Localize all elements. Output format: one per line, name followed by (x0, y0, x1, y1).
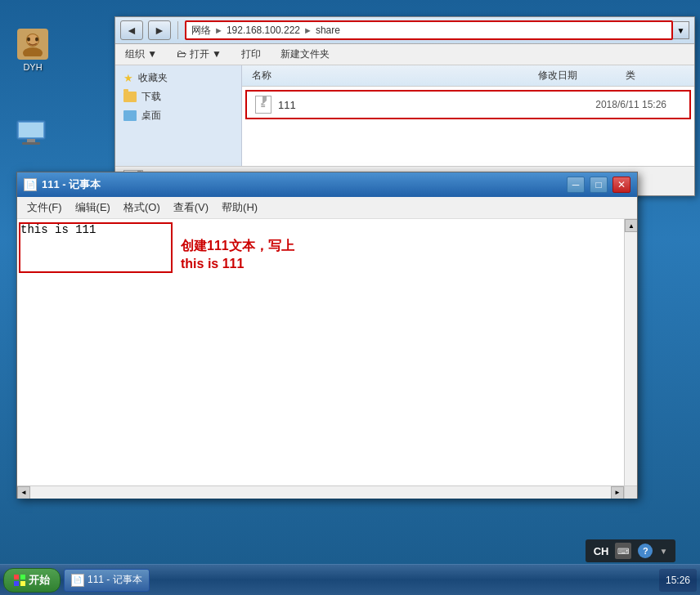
close-button[interactable]: ✕ (612, 177, 630, 193)
user-avatar-icon (16, 28, 49, 60)
sidebar-favorites-label: 收藏夹 (138, 71, 168, 85)
svg-rect-11 (14, 581, 19, 586)
svg-rect-8 (22, 142, 40, 145)
txt-file-icon (255, 96, 271, 114)
sidebar-item-downloads[interactable]: 下载 (115, 87, 241, 106)
hscroll-track (30, 486, 611, 499)
file-txt-icon (254, 95, 273, 114)
folder-gold-icon (123, 92, 137, 102)
notepad-icon: 📄 (24, 178, 37, 191)
language-bar: CH ⌨ ? ▼ (586, 539, 675, 562)
back-button[interactable]: ◄ (120, 20, 143, 40)
minimize-button[interactable]: ─ (567, 177, 585, 193)
menu-edit[interactable]: 编辑(E) (69, 199, 117, 217)
scroll-right-button[interactable]: ► (611, 486, 624, 499)
scroll-up-button[interactable]: ▲ (625, 219, 637, 232)
scroll-track (625, 232, 637, 485)
explorer-window: ◄ ► 网络 ► 192.168.100.222 ► share ▼ (114, 16, 695, 196)
clock-time: 15:26 (666, 575, 690, 586)
desktop-icon-dyh[interactable]: DYH (8, 25, 57, 75)
explorer-toolbar: ◄ ► 网络 ► 192.168.100.222 ► share ▼ (115, 17, 694, 44)
taskbar-notepad-label: 111 - 记事本 (88, 573, 142, 587)
svg-point-4 (35, 38, 38, 42)
vertical-scrollbar[interactable]: ▲ ▼ (624, 219, 637, 499)
system-tray: 15:26 (659, 569, 697, 592)
sidebar-downloads-label: 下载 (141, 90, 161, 104)
new-folder-button[interactable]: 新建文件夹 (276, 46, 334, 63)
notepad-titlebar: 📄 111 - 记事本 ─ □ ✕ (17, 172, 637, 197)
taskbar-notepad-icon: 📄 (71, 574, 84, 587)
sidebar-item-desktop[interactable]: 桌面 (115, 106, 241, 125)
file-date-label: 2018/6/11 15:26 (595, 99, 683, 110)
menu-file[interactable]: 文件(F) (20, 199, 69, 217)
addr-sep-1: ► (303, 25, 312, 35)
file-name-label: 111 (278, 99, 376, 111)
windows-logo-icon (14, 575, 25, 586)
svg-rect-9 (14, 575, 19, 579)
col-header-name: 名称 (249, 68, 535, 83)
maximize-button[interactable]: □ (590, 177, 608, 193)
organize-label: 组织 ▼ (125, 47, 157, 61)
new-folder-label: 新建文件夹 (280, 47, 330, 61)
star-icon: ★ (123, 72, 133, 84)
notepad-window: 📄 111 - 记事本 ─ □ ✕ 文件(F) 编辑(E) 格式(O) (16, 172, 638, 499)
taskbar: 开始 📄 111 - 记事本 15:26 (0, 564, 700, 595)
notepad-menubar: 文件(F) 编辑(E) 格式(O) 查看(V) 帮助(H) (17, 197, 637, 219)
address-breadcrumb: 网络 ► 192.168.100.222 ► share (191, 24, 340, 38)
explorer-column-headers: 名称 修改日期 类 (242, 65, 694, 87)
svg-rect-10 (20, 575, 25, 579)
taskbar-item-notepad[interactable]: 📄 111 - 记事本 (64, 569, 150, 592)
notepad-title: 111 - 记事本 (42, 177, 562, 192)
start-label: 开始 (29, 573, 50, 588)
scroll-left-button[interactable]: ◄ (17, 486, 30, 499)
address-dropdown-button[interactable]: ▼ (673, 21, 689, 39)
print-label: 打印 (241, 47, 261, 61)
svg-rect-6 (19, 123, 43, 137)
svg-point-1 (23, 47, 43, 56)
sidebar-desktop-label: 桌面 (141, 109, 161, 123)
addr-sep-0: ► (214, 25, 223, 35)
open-label: 🗁 打开 ▼ (177, 47, 222, 61)
explorer-menu: 组织 ▼ 🗁 打开 ▼ 打印 新建文件夹 (115, 44, 694, 65)
horizontal-scrollbar[interactable]: ◄ ► (17, 485, 624, 499)
desktop-icon-computer[interactable] (7, 114, 56, 155)
desktop-icon-dyh-label: DYH (23, 62, 42, 72)
menu-help[interactable]: 帮助(H) (215, 199, 264, 217)
address-bar-container: 网络 ► 192.168.100.222 ► share ▼ (185, 20, 689, 40)
menu-format[interactable]: 格式(O) (117, 199, 167, 217)
start-button[interactable]: 开始 (3, 568, 61, 593)
col-header-type: 类 (622, 68, 688, 83)
address-bar[interactable]: 网络 ► 192.168.100.222 ► share (185, 20, 673, 40)
col-header-date: 修改日期 (535, 68, 622, 83)
desktop: DYH ◄ ► 网络 ► 1 (0, 0, 700, 595)
folder-blue-icon (123, 110, 137, 121)
svg-rect-7 (27, 139, 35, 142)
toolbar-separator (177, 21, 178, 39)
lang-dropdown-icon: ▼ (659, 547, 667, 556)
print-button[interactable]: 打印 (236, 46, 266, 63)
keyboard-icon[interactable]: ⌨ (615, 543, 631, 559)
help-icon[interactable]: ? (638, 544, 653, 558)
lang-label: CH (594, 545, 609, 557)
notepad-content-area: ▲ ▼ ◄ ► 创建111文本，写上 this is 111 (17, 219, 637, 499)
file-row-111[interactable]: 111 2018/6/11 15:26 (245, 90, 691, 119)
addr-part-0: 网络 (191, 24, 211, 38)
forward-button[interactable]: ► (148, 20, 171, 40)
svg-rect-12 (20, 581, 25, 586)
svg-point-3 (27, 38, 30, 42)
organize-button[interactable]: 组织 ▼ (120, 46, 162, 63)
open-button[interactable]: 🗁 打开 ▼ (172, 46, 227, 63)
addr-part-2: share (316, 25, 340, 36)
addr-part-1: 192.168.100.222 (227, 25, 300, 36)
menu-view[interactable]: 查看(V) (167, 199, 215, 217)
computer-icon (15, 118, 47, 150)
notepad-textarea[interactable] (17, 219, 624, 499)
sidebar-item-favorites[interactable]: ★ 收藏夹 (115, 69, 241, 87)
resize-corner[interactable] (624, 485, 637, 499)
